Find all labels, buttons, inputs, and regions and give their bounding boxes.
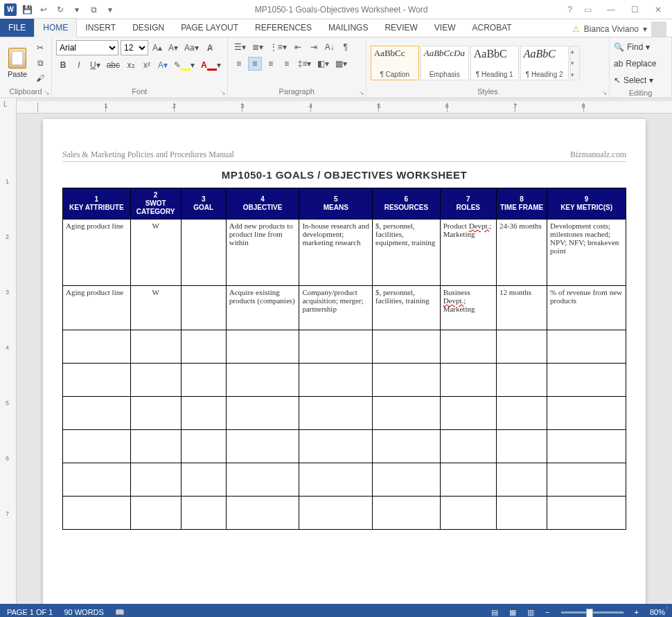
grow-font-icon[interactable]: A▴	[150, 41, 164, 55]
table-row[interactable]	[63, 364, 626, 397]
maximize-button[interactable]: ☐	[626, 5, 643, 15]
help-icon[interactable]: ?	[567, 5, 572, 15]
group-paragraph: ☰▾ ≣▾ ⋮≡▾ ⇤ ⇥ A↓ ¶ ≡ ≡ ≡ ≡ ‡≡▾ ◧▾ ▦▾ Par…	[228, 37, 366, 98]
zoom-in-button[interactable]: +	[635, 608, 639, 616]
tab-file[interactable]: FILE	[0, 19, 34, 37]
align-left-icon[interactable]: ≡	[232, 57, 246, 71]
zoom-out-button[interactable]: −	[545, 608, 549, 616]
align-center-icon[interactable]: ≡	[248, 57, 262, 71]
document-header: Sales & Marketing Policies and Procedure…	[62, 150, 626, 162]
style-caption[interactable]: AaBbCc ¶ Caption	[371, 46, 419, 80]
ribbon-display-options-icon[interactable]: ▭	[579, 5, 596, 15]
numbering-icon[interactable]: ≣▾	[250, 40, 265, 54]
shading-icon[interactable]: ◧▾	[315, 57, 331, 71]
tab-design[interactable]: DESIGN	[124, 19, 173, 37]
clipboard-dialog-launcher-icon[interactable]: ↘	[44, 89, 50, 96]
save-icon[interactable]: 💾	[21, 3, 33, 16]
select-button[interactable]: ↖Select▾	[614, 73, 653, 87]
avatar[interactable]	[651, 21, 666, 37]
shrink-font-icon[interactable]: A▾	[166, 41, 180, 55]
copy-button-icon[interactable]: ⧉	[33, 56, 47, 70]
cut-icon[interactable]: ✂	[33, 41, 47, 55]
tab-insert[interactable]: INSERT	[77, 19, 124, 37]
copy-icon[interactable]: ⧉	[87, 3, 100, 16]
tab-view[interactable]: VIEW	[426, 19, 464, 37]
table-row[interactable]	[63, 430, 626, 463]
zoom-level[interactable]: 80%	[650, 608, 665, 616]
font-name-select[interactable]: Arial	[56, 40, 118, 55]
font-dialog-launcher-icon[interactable]: ↘	[220, 89, 226, 96]
find-button[interactable]: 🔍Find▾	[614, 40, 650, 54]
increase-indent-icon[interactable]: ⇥	[307, 40, 321, 54]
status-words[interactable]: 90 WORDS	[64, 608, 103, 616]
strikethrough-button[interactable]: abc	[105, 58, 122, 72]
multilevel-list-icon[interactable]: ⋮≡▾	[267, 40, 289, 54]
document-page[interactable]: Sales & Marketing Policies and Procedure…	[43, 119, 646, 604]
ruler-corner-label: L	[3, 100, 8, 108]
align-right-icon[interactable]: ≡	[264, 57, 278, 71]
table-row[interactable]: Aging product line W Add new products to…	[63, 220, 626, 286]
account-dropdown-icon[interactable]: ▾	[643, 24, 647, 34]
subscript-button[interactable]: x₂	[124, 58, 138, 72]
replace-button[interactable]: abReplace	[614, 57, 656, 71]
close-button[interactable]: ✕	[650, 5, 666, 15]
table-header-row: 1KEY ATTRIBUTE 2SWOT CATEGORY 3GOAL 4OBJ…	[63, 188, 626, 220]
minimize-button[interactable]: —	[603, 5, 619, 15]
table-row[interactable]	[63, 497, 626, 530]
qat-dropdown-icon[interactable]: ▾	[71, 3, 83, 16]
table-row[interactable]: Aging product line W Acquire existing pr…	[63, 286, 626, 330]
underline-button[interactable]: U▾	[88, 58, 103, 72]
justify-icon[interactable]: ≡	[280, 57, 294, 71]
tab-home[interactable]: HOME	[34, 18, 77, 37]
qat-dropdown-icon-2[interactable]: ▾	[104, 3, 116, 16]
show-hide-paragraph-icon[interactable]: ¶	[339, 40, 353, 54]
decrease-indent-icon[interactable]: ⇤	[291, 40, 305, 54]
paragraph-dialog-launcher-icon[interactable]: ↘	[359, 89, 364, 96]
print-layout-icon[interactable]: ▦	[509, 608, 516, 617]
styles-down-icon[interactable]: ▾	[571, 60, 579, 66]
document-scroll-area[interactable]: 12345678 Sales & Marketing Policies and …	[17, 98, 672, 604]
redo-icon[interactable]: ↻	[54, 3, 67, 16]
table-row[interactable]	[63, 397, 626, 430]
paragraph-group-label: Paragraph	[232, 86, 362, 98]
tab-review[interactable]: REVIEW	[376, 19, 425, 37]
bold-button[interactable]: B	[56, 58, 70, 72]
editing-group-label: Editing	[614, 87, 667, 99]
web-layout-icon[interactable]: ▥	[527, 608, 534, 617]
table-row[interactable]	[63, 463, 626, 497]
tab-acrobat[interactable]: ACROBAT	[463, 19, 520, 37]
style-heading2[interactable]: AaBbC ¶ Heading 2	[520, 46, 569, 80]
italic-button[interactable]: I	[72, 58, 86, 72]
zoom-slider[interactable]	[561, 611, 624, 614]
paste-button[interactable]: Paste	[4, 41, 30, 85]
sort-icon[interactable]: A↓	[323, 40, 337, 54]
style-heading1[interactable]: AaBbC ¶ Heading 1	[470, 46, 519, 80]
line-spacing-icon[interactable]: ‡≡▾	[296, 57, 314, 71]
undo-icon[interactable]: ↩	[37, 3, 50, 16]
tab-mailings[interactable]: MAILINGS	[320, 19, 376, 37]
borders-icon[interactable]: ▦▾	[333, 57, 349, 71]
styles-dialog-launcher-icon[interactable]: ↘	[602, 89, 608, 96]
highlight-color-icon[interactable]: ✎▾	[172, 58, 197, 72]
read-mode-icon[interactable]: ▤	[491, 608, 498, 617]
text-effects-icon[interactable]: A▾	[156, 58, 170, 72]
tab-page-layout[interactable]: PAGE LAYOUT	[173, 19, 247, 37]
font-color-icon[interactable]: A▾	[199, 58, 223, 72]
styles-more-icon[interactable]: ▾	[571, 71, 579, 78]
proofing-icon[interactable]: 📖	[115, 608, 125, 617]
account-area[interactable]: ⚠ Bianca Viviano ▾	[572, 21, 672, 37]
format-painter-icon[interactable]: 🖌	[33, 71, 47, 85]
worksheet-table[interactable]: 1KEY ATTRIBUTE 2SWOT CATEGORY 3GOAL 4OBJ…	[62, 188, 626, 530]
change-case-icon[interactable]: Aa▾	[182, 41, 201, 55]
styles-up-icon[interactable]: ▴	[571, 48, 579, 55]
font-size-select[interactable]: 12	[121, 40, 148, 55]
tab-references[interactable]: REFERENCES	[247, 19, 320, 37]
table-row[interactable]	[63, 330, 626, 364]
clear-formatting-icon[interactable]: A̷	[203, 41, 217, 55]
style-emphasis[interactable]: AaBbCcDa Emphasis	[421, 46, 469, 80]
bullets-icon[interactable]: ☰▾	[232, 40, 248, 54]
horizontal-ruler[interactable]: 12345678	[17, 101, 672, 114]
status-page[interactable]: PAGE 1 OF 1	[7, 608, 53, 616]
superscript-button[interactable]: x²	[140, 58, 154, 72]
collapse-ribbon-icon[interactable]: ˄	[665, 606, 669, 616]
